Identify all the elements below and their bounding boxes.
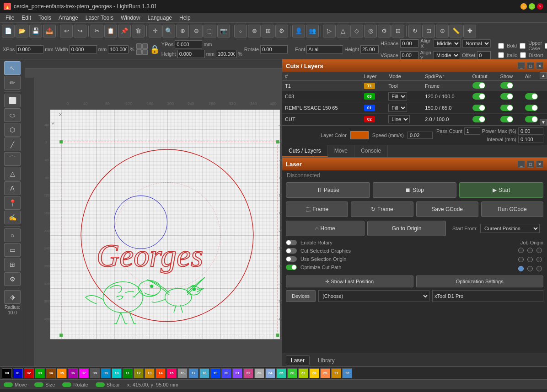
jo-tc[interactable] xyxy=(527,248,533,253)
person1-btn[interactable]: 👤 xyxy=(292,25,305,37)
palette-swatch-04[interactable]: 04 xyxy=(46,368,56,378)
text-tool[interactable]: A xyxy=(4,181,21,195)
camera2-btn[interactable]: ◎ xyxy=(364,25,377,37)
machine-btn[interactable]: ⊡ xyxy=(422,25,435,37)
palette-swatch-10[interactable]: 10 xyxy=(112,368,122,378)
bold-checkbox[interactable] xyxy=(498,43,504,49)
palette-swatch-19[interactable]: 19 xyxy=(210,368,220,378)
optimization-settings-button[interactable]: Optimization Settings xyxy=(416,275,544,287)
pencil-tool[interactable]: ✍ xyxy=(4,211,21,224)
maximize-button[interactable]: □ xyxy=(529,3,535,10)
palette-swatch-07[interactable]: 07 xyxy=(79,368,89,378)
close-button[interactable]: × xyxy=(537,3,543,10)
height-pct-input[interactable] xyxy=(216,50,236,58)
start-from-select[interactable]: Current Position xyxy=(480,224,540,233)
grid-tool[interactable]: ⊞ xyxy=(4,258,21,271)
minimize-button[interactable]: − xyxy=(520,3,527,10)
show-toggle-1[interactable] xyxy=(500,93,513,100)
jo-mr[interactable] xyxy=(536,257,542,262)
cuts-row-1[interactable]: C03 03 Fill 120.0 / 100.0 xyxy=(282,91,547,102)
palette-swatch-01[interactable]: 01 xyxy=(13,368,23,378)
jo-bl[interactable] xyxy=(518,266,524,271)
palette-swatch-20[interactable]: 20 xyxy=(221,368,231,378)
laser-minimize-btn[interactable]: _ xyxy=(518,160,525,168)
redo-button[interactable]: ↪ xyxy=(74,25,86,37)
path-tool[interactable]: ⌒ xyxy=(4,152,21,166)
device-select[interactable]: (Choose) xyxy=(318,290,429,302)
circle-tool[interactable]: ○ xyxy=(4,228,21,242)
open-button[interactable]: 📂 xyxy=(16,25,28,37)
rotate-input[interactable] xyxy=(260,45,288,53)
show-last-position-button[interactable]: ✛ Show Last Position xyxy=(286,275,413,287)
use-selection-toggle[interactable] xyxy=(286,256,297,262)
speed-input[interactable] xyxy=(408,132,433,139)
power-max-input[interactable] xyxy=(518,127,543,135)
vspace-input[interactable] xyxy=(400,51,418,59)
mode-select-1[interactable]: Fill xyxy=(388,92,407,101)
jo-tr[interactable] xyxy=(536,248,542,253)
boolean-button[interactable]: ⊗ xyxy=(248,25,261,37)
cut-button[interactable]: ✂ xyxy=(91,25,103,37)
cuts-row-0[interactable]: T1 T1 Tool Frame xyxy=(282,81,547,91)
show-toggle-3[interactable] xyxy=(500,116,513,122)
hspace-input[interactable] xyxy=(400,39,418,48)
palette-swatch-T2[interactable]: T2 xyxy=(342,368,352,378)
palette-swatch-26[interactable]: 26 xyxy=(287,368,297,378)
settings2-btn[interactable]: ⚙ xyxy=(378,25,391,37)
camera-button[interactable]: 📷 xyxy=(217,25,230,37)
palette-swatch-06[interactable]: 06 xyxy=(68,368,78,378)
menu-item-tools[interactable]: Tools xyxy=(35,14,55,22)
paste-button[interactable]: 📌 xyxy=(118,25,131,37)
menu-item-file[interactable]: File xyxy=(2,14,18,22)
move-button[interactable]: ✛ xyxy=(149,25,161,37)
menu-item-arrange[interactable]: Arrange xyxy=(55,14,82,22)
cuts-row-2[interactable]: REMPLISSAGE 150 65 01 Fill 150.0 / 65.0 xyxy=(282,102,547,114)
undo-button[interactable]: ↩ xyxy=(60,25,73,37)
save-button[interactable]: 💾 xyxy=(29,25,42,37)
palette-swatch-29[interactable]: 29 xyxy=(320,368,330,378)
triangle-tool[interactable]: △ xyxy=(4,167,21,180)
delete-button[interactable]: 🗑 xyxy=(132,25,145,37)
menu-item-help[interactable]: Help xyxy=(176,14,194,22)
run-gcode-button[interactable]: Run GCode xyxy=(481,201,543,217)
person2-btn[interactable]: 👥 xyxy=(306,25,319,37)
polygon-tool[interactable]: ⬡ xyxy=(4,123,21,137)
palette-swatch-09[interactable]: 09 xyxy=(101,368,111,378)
palette-swatch-03[interactable]: 03 xyxy=(35,368,45,378)
palette-swatch-11[interactable]: 11 xyxy=(123,368,133,378)
cuts-layers-max-btn[interactable]: □ xyxy=(527,62,534,69)
air-toggle-3[interactable] xyxy=(525,116,538,122)
show-toggle-2[interactable] xyxy=(500,105,513,111)
rect2-tool[interactable]: ▭ xyxy=(4,243,21,257)
cut-selected-toggle[interactable] xyxy=(286,248,297,254)
enable-rotary-toggle[interactable] xyxy=(286,240,297,245)
laser-close-btn[interactable]: × xyxy=(536,160,543,168)
canvas-content[interactable]: X Y 0 40 80 120 160 200 240 280 320 360 xyxy=(43,78,282,366)
menu-item-edit[interactable]: Edit xyxy=(18,14,35,22)
go-to-origin-button[interactable]: Go to Origin xyxy=(367,221,446,236)
palette-swatch-14[interactable]: 14 xyxy=(156,368,166,378)
home-button[interactable]: ⌂ Home xyxy=(286,221,365,236)
layer-btn[interactable]: ⊟ xyxy=(391,25,404,37)
start-button[interactable]: ▶ Start xyxy=(459,182,543,198)
height2-input[interactable] xyxy=(360,45,379,53)
show-toggle-0[interactable] xyxy=(500,82,513,89)
ypos-input[interactable] xyxy=(175,40,202,48)
palette-swatch-25[interactable]: 25 xyxy=(276,368,286,378)
shape-tool[interactable]: ⬗ xyxy=(4,290,21,304)
mode-select-3[interactable]: Line xyxy=(388,115,410,123)
bottom-tab-laser[interactable]: Laser xyxy=(286,355,310,366)
gear-tool[interactable]: ⚙ xyxy=(4,272,21,286)
point-tool[interactable]: 📍 xyxy=(4,196,21,210)
palette-swatch-12[interactable]: 12 xyxy=(134,368,144,378)
palette-swatch-28[interactable]: 28 xyxy=(309,368,319,378)
menu-item-laser-tools[interactable]: Laser Tools xyxy=(82,14,117,22)
rotary-btn[interactable]: ↻ xyxy=(408,25,421,37)
palette-swatch-13[interactable]: 13 xyxy=(145,368,155,378)
tools-btn[interactable]: ⚙ xyxy=(275,25,288,37)
palette-swatch-21[interactable]: 21 xyxy=(232,368,242,378)
optimize-toggle[interactable] xyxy=(286,265,297,270)
menu-item-window[interactable]: Window xyxy=(117,14,144,22)
cuts-layers-minimize-btn[interactable]: _ xyxy=(518,62,525,69)
palette-swatch-15[interactable]: 15 xyxy=(166,368,177,378)
